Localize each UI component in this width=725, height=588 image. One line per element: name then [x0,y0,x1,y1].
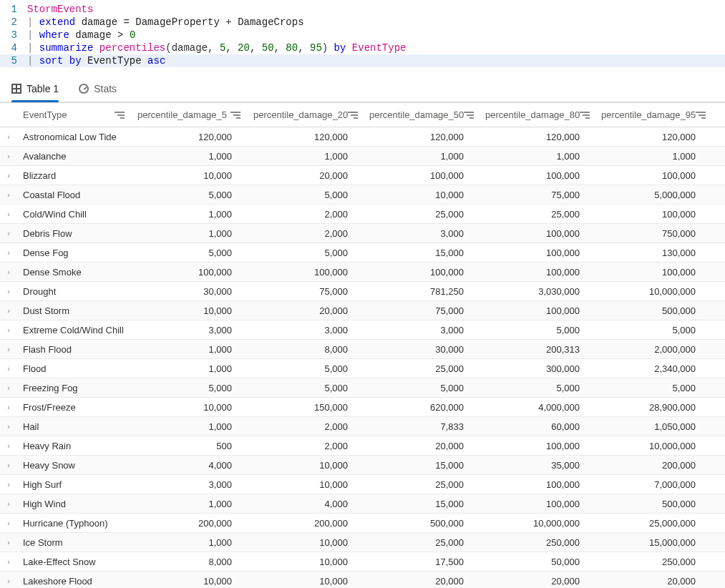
column-header-eventtype[interactable]: EventType [17,109,132,120]
table-row[interactable]: ›Freezing Fog5,0005,0005,0005,0005,000 [0,378,725,398]
cell-value: 25,000 [364,479,480,490]
result-tabs: Table 1 Stats [0,73,725,102]
table-row[interactable]: ›Avalanche1,0001,0001,0001,0001,000 [0,147,725,166]
cell-value: 28,900,000 [595,402,711,413]
cell-value: 1,000 [132,421,248,432]
code-content[interactable]: | summarize percentiles(damage, 5, 20, 5… [27,41,725,54]
column-header-percentile_damage_80[interactable]: percentile_damage_80 [480,109,595,120]
code-line[interactable]: 1StormEvents [0,3,725,16]
cell-value: 500,000 [595,305,711,316]
expand-row-icon[interactable]: › [0,519,17,527]
cell-eventtype: Hurricane (Typhoon) [17,518,132,529]
expand-row-icon[interactable]: › [0,171,17,180]
column-header-percentile_damage_50[interactable]: percentile_damage_50 [364,109,480,120]
expand-row-icon[interactable]: › [0,229,17,237]
cell-value: 620,000 [364,402,480,413]
table-row[interactable]: ›Dense Fog5,0005,00015,000100,000130,000 [0,243,725,263]
cell-value: 25,000 [364,363,480,374]
code-content[interactable]: StormEvents [27,3,725,16]
expand-row-icon[interactable]: › [0,287,17,295]
cell-value: 20,000 [480,576,595,587]
expand-row-icon[interactable]: › [0,152,17,160]
table-row[interactable]: ›Flash Flood1,0008,00030,000200,3132,000… [0,340,725,359]
table-row[interactable]: ›Cold/Wind Chill1,0002,00025,00025,00010… [0,205,725,224]
table-row[interactable]: ›Dust Storm10,00020,00075,000100,000500,… [0,301,725,320]
column-header-percentile_damage_5[interactable]: percentile_damage_5 [132,109,248,120]
code-content[interactable]: | where damage > 0 [27,29,725,41]
code-content[interactable]: | sort by EventType asc [27,54,725,67]
expand-row-icon[interactable]: › [0,325,17,334]
cell-value: 10,000 [132,305,248,316]
expand-row-icon[interactable]: › [0,538,17,547]
table-row[interactable]: ›Hail1,0002,0007,83360,0001,050,000 [0,417,725,436]
expand-row-icon[interactable]: › [0,190,17,199]
cell-eventtype: High Surf [17,479,132,490]
table-row[interactable]: ›Debris Flow1,0002,0003,000100,000750,00… [0,224,725,243]
tab-stats[interactable]: Stats [79,83,117,102]
table-row[interactable]: ›Hurricane (Typhoon)200,000200,000500,00… [0,514,725,533]
expand-row-icon[interactable]: › [0,248,17,257]
expand-row-icon[interactable]: › [0,383,17,392]
cell-value: 10,000 [248,479,364,490]
column-menu-icon[interactable] [348,111,358,119]
column-header-percentile_damage_95[interactable]: percentile_damage_95 [595,109,711,120]
table-row[interactable]: ›Extreme Cold/Wind Chill3,0003,0003,0005… [0,320,725,340]
code-line[interactable]: 4| summarize percentiles(damage, 5, 20, … [0,41,725,54]
cell-eventtype: Ice Storm [17,537,132,548]
expand-row-icon[interactable]: › [0,557,17,566]
table-row[interactable]: ›Coastal Flood5,0005,00010,00075,0005,00… [0,185,725,205]
table-row[interactable]: ›High Wind1,0004,00015,000100,000500,000 [0,494,725,514]
cell-value: 250,000 [480,537,595,548]
column-menu-icon[interactable] [115,111,125,119]
column-menu-icon[interactable] [464,111,474,119]
expand-row-icon[interactable]: › [0,480,17,489]
cell-value: 15,000,000 [595,537,711,548]
table-row[interactable]: ›Lake-Effect Snow8,00010,00017,50050,000… [0,552,725,572]
column-menu-icon[interactable] [230,111,240,119]
expand-row-icon[interactable]: › [0,422,17,431]
cell-value: 100,000 [595,209,711,220]
tab-table[interactable]: Table 1 [11,83,59,102]
expand-row-icon[interactable]: › [0,132,17,141]
table-row[interactable]: ›Ice Storm1,00010,00025,000250,00015,000… [0,533,725,552]
column-header-percentile_damage_20[interactable]: percentile_damage_20 [248,109,364,120]
expand-row-icon[interactable]: › [0,268,17,276]
table-row[interactable]: ›Heavy Rain5002,00020,000100,00010,000,0… [0,436,725,456]
expand-row-icon[interactable]: › [0,364,17,373]
expand-row-icon[interactable]: › [0,403,17,411]
expand-row-icon[interactable]: › [0,210,17,218]
cell-value: 10,000 [132,576,248,587]
cell-value: 4,000 [248,499,364,509]
table-row[interactable]: ›Flood1,0005,00025,000300,0002,340,000 [0,359,725,378]
cell-value: 7,000,000 [595,479,711,490]
column-menu-icon[interactable] [580,111,590,119]
cell-value: 5,000 [480,383,595,393]
cell-value: 100,000 [248,267,364,278]
table-row[interactable]: ›Heavy Snow4,00010,00015,00035,000200,00… [0,456,725,475]
expand-row-icon[interactable]: › [0,345,17,353]
cell-eventtype: Debris Flow [17,228,132,239]
cell-eventtype: Heavy Rain [17,441,132,451]
query-editor[interactable]: 1StormEvents2| extend damage = DamagePro… [0,0,725,73]
table-row[interactable]: ›High Surf3,00010,00025,000100,0007,000,… [0,475,725,494]
code-line[interactable]: 2| extend damage = DamageProperty + Dama… [0,16,725,29]
code-content[interactable]: | extend damage = DamageProperty + Damag… [27,16,725,29]
table-row[interactable]: ›Astronomical Low Tide120,000120,000120,… [0,127,725,147]
expand-row-icon[interactable]: › [0,499,17,508]
table-row[interactable]: ›Frost/Freeze10,000150,000620,0004,000,0… [0,398,725,417]
expand-row-icon[interactable]: › [0,461,17,469]
code-line[interactable]: 3| where damage > 0 [0,29,725,41]
expand-row-icon[interactable]: › [0,577,17,585]
table-row[interactable]: ›Dense Smoke100,000100,000100,000100,000… [0,263,725,282]
code-line[interactable]: 5| sort by EventType asc [0,54,725,67]
table-row[interactable]: ›Drought30,00075,000781,2503,030,00010,0… [0,282,725,301]
expand-row-icon[interactable]: › [0,441,17,450]
table-row[interactable]: ›Lakeshore Flood10,00010,00020,00020,000… [0,572,725,588]
expand-row-icon[interactable]: › [0,306,17,315]
column-menu-icon[interactable] [696,111,706,119]
cell-value: 100,000 [595,267,711,278]
table-row[interactable]: ›Blizzard10,00020,000100,000100,000100,0… [0,166,725,185]
cell-value: 250,000 [595,557,711,567]
cell-value: 750,000 [595,228,711,239]
cell-value: 1,000 [132,537,248,548]
